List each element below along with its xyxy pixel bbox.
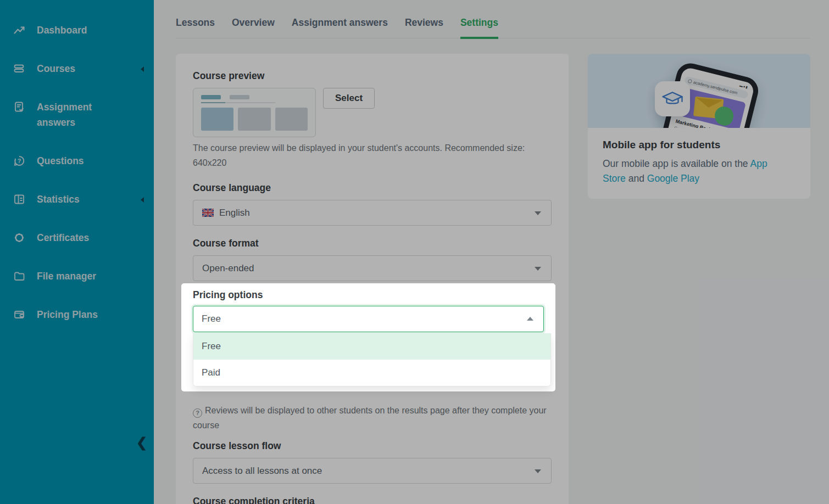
thumb-block [201,108,233,131]
course-preview-thumbnail [193,88,316,137]
course-preview-row: Select [193,88,552,137]
thumb-divider [201,102,275,103]
pricing-options-dropdown: Free Paid [193,333,551,387]
tab-settings[interactable]: Settings [460,17,498,39]
settings-card: Course preview Select The course preview… [176,54,569,504]
select-preview-button[interactable]: Select [323,88,375,109]
promo-text: Our mobile app is available on the App S… [603,156,789,186]
pricing-option-paid[interactable]: Paid [193,360,550,386]
sidebar-item-dashboard[interactable]: Dashboard [0,11,154,49]
course-format-label: Course format [193,238,552,249]
promo-text-between: and [626,173,647,184]
mobile-app-promo-card: ▬●▮ academy.sendpulse.com Marketing Basi… [588,54,810,199]
pricing-option-free[interactable]: Free [193,333,550,360]
sidebar-item-pricing-plans[interactable]: Pricing Plans [0,295,154,334]
assignment-answers-icon [13,101,25,113]
thumb-block [238,108,270,131]
chevron-down-icon [535,469,541,473]
svg-text:?: ? [18,158,21,164]
promo-title: Mobile app for students [603,139,795,151]
chevron-up-icon [527,317,533,321]
course-lesson-flow-value: Access to all lessons at once [202,466,322,477]
sidebar-item-courses[interactable]: Courses [0,49,154,88]
certificate-badge-icon [13,232,25,244]
promo-text-before: Our mobile app is available on the [603,158,750,169]
chevron-down-icon [535,211,541,215]
sidebar-item-statistics[interactable]: Statistics [0,180,154,219]
student-app-icon [655,81,690,116]
course-format-select[interactable]: Open-ended [193,255,552,281]
sidebar-item-assignment-answers[interactable]: Assignment answers [0,88,154,142]
pricing-options-spotlight: Pricing options Free Free Paid [181,283,555,391]
question-circle-icon: ? [193,408,202,418]
question-bubble-icon: ? [13,155,25,167]
course-format-value: Open-ended [202,263,254,274]
sidebar-item-file-manager[interactable]: File manager [0,257,154,295]
graduation-cap-icon [661,89,684,108]
thumb-bar [230,95,249,99]
thumb-block [275,108,308,131]
course-lesson-flow-label: Course lesson flow [193,440,552,451]
tab-reviews[interactable]: Reviews [405,17,443,39]
globe-icon [688,79,692,83]
pricing-options-label: Pricing options [193,289,544,300]
chevron-left-icon [141,66,144,72]
phone-status-icons: ▬●▮ [739,83,749,89]
course-language-label: Course language [193,182,552,193]
folder-icon [13,270,25,282]
mobile-app-promo-body: Mobile app for students Our mobile app i… [588,128,810,197]
thumb-bar [201,95,221,99]
mobile-app-illustration: ▬●▮ academy.sendpulse.com Marketing Basi… [588,54,810,128]
chevron-down-icon [535,267,541,271]
course-completion-label: Course completion criteria [193,496,552,504]
course-lesson-flow-select[interactable]: Access to all lessons at once [193,458,552,484]
course-preview-label: Course preview [193,70,552,81]
pricing-options-value: Free [202,313,221,324]
reviews-help: ?Reviews will be displayed to other stud… [193,403,552,433]
course-language-select[interactable]: English [193,200,552,226]
reviews-help-text: Reviews will be displayed to other stude… [193,406,547,430]
sidebar-collapse-button[interactable]: ❮ [135,435,148,450]
tab-lessons[interactable]: Lessons [176,17,215,39]
sidebar: Dashboard Courses Assignment answers [0,0,154,504]
courses-icon [13,63,25,75]
wallet-icon [13,309,25,321]
sidebar-nav: Dashboard Courses Assignment answers [0,0,154,334]
statistics-icon [13,193,25,205]
phone-time [688,70,689,74]
sidebar-item-questions[interactable]: ? Questions [0,142,154,180]
google-play-link[interactable]: Google Play [647,173,699,184]
main-content: Lessons Overview Assignment answers Revi… [154,0,829,504]
pricing-options-select[interactable]: Free [193,306,544,332]
trend-chart-icon [13,24,25,36]
course-tabs: Lessons Overview Assignment answers Revi… [176,0,810,38]
sidebar-item-certificates[interactable]: Certificates [0,219,154,257]
tab-overview[interactable]: Overview [232,17,275,39]
course-language-value: English [219,208,250,219]
tab-assignment-answers[interactable]: Assignment answers [292,17,388,39]
uk-flag-icon [202,209,214,217]
course-preview-help: The course preview will be displayed in … [193,141,552,170]
chevron-left-icon [141,197,144,203]
